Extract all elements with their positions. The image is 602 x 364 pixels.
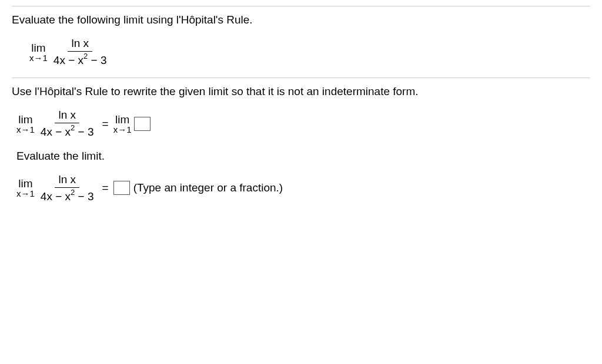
lim-notation-right: lim x→1 <box>113 114 132 134</box>
lim-label: lim <box>18 178 32 189</box>
lim-notation-left: lim x→1 <box>16 114 35 134</box>
evaluate-limit-row: lim x→1 ln x 4x − x2 − 3 = (Type an inte… <box>16 173 590 203</box>
answer-input-1[interactable] <box>134 117 150 131</box>
lim-label: lim <box>115 114 129 125</box>
fraction: ln x 4x − x2 − 3 <box>50 37 111 67</box>
numerator: ln x <box>55 109 79 123</box>
numerator: ln x <box>68 37 92 52</box>
denom-suffix: − 3 <box>88 54 106 66</box>
lim-label: lim <box>18 114 32 125</box>
denom-exp: 2 <box>71 188 75 197</box>
denom-exp: 2 <box>71 123 75 132</box>
rewrite-limit-row: lim x→1 ln x 4x − x2 − 3 = lim x→1 <box>16 109 590 139</box>
answer-input-2[interactable] <box>113 181 130 195</box>
fraction-left: ln x 4x − x2 − 3 <box>37 109 98 139</box>
denom-prefix: 4x − x <box>41 190 71 203</box>
denom-suffix: − 3 <box>75 190 93 203</box>
denom-exp: 2 <box>83 52 88 60</box>
instruction-2: Evaluate the limit. <box>16 150 590 163</box>
lim-approach: x→1 <box>16 189 35 198</box>
lim-notation: lim x→1 <box>29 42 48 62</box>
denominator: 4x − x2 − 3 <box>50 52 111 67</box>
instruction-1: Use l'Hôpital's Rule to rewrite the give… <box>12 85 590 98</box>
numerator: ln x <box>55 173 79 188</box>
denom-prefix: 4x − x <box>53 54 83 66</box>
question-prompt: Evaluate the following limit using l'Hôp… <box>12 14 590 26</box>
denom-prefix: 4x − x <box>41 126 71 139</box>
lim-approach: x→1 <box>16 125 35 134</box>
denominator: 4x − x2 − 3 <box>37 188 98 203</box>
lim-notation: lim x→1 <box>16 178 35 198</box>
lim-label: lim <box>31 42 45 53</box>
fraction: ln x 4x − x2 − 3 <box>37 173 98 203</box>
lim-approach: x→1 <box>29 53 48 62</box>
given-limit-expression: lim x→1 ln x 4x − x2 − 3 <box>29 37 590 67</box>
lim-approach: x→1 <box>113 125 132 134</box>
equals-sign: = <box>102 117 109 130</box>
mid-divider <box>12 77 590 78</box>
denom-suffix: − 3 <box>75 126 93 139</box>
denominator: 4x − x2 − 3 <box>37 123 98 139</box>
equals-sign: = <box>102 181 109 194</box>
answer-hint: (Type an integer or a fraction.) <box>133 181 283 194</box>
top-divider <box>12 6 590 6</box>
